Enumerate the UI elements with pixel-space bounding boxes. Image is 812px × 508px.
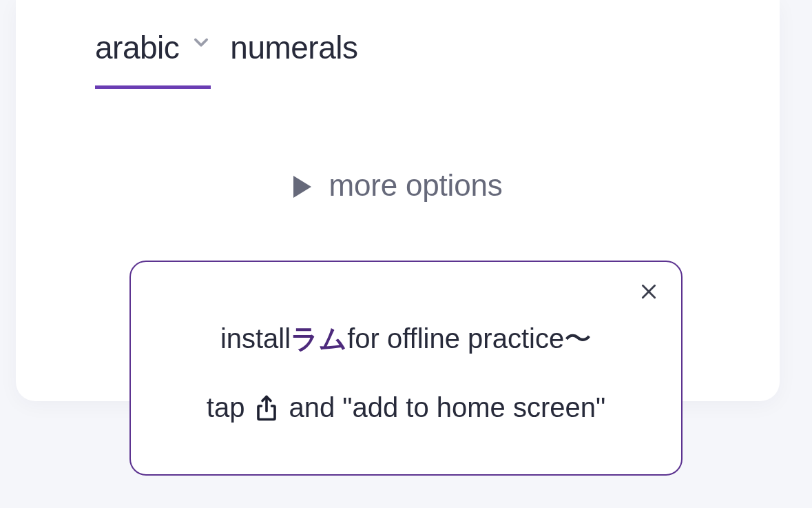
more-options-label: more options bbox=[329, 168, 503, 203]
chevron-down-icon bbox=[191, 32, 211, 52]
install-popup: install ラム for offline practice〜 tap and… bbox=[129, 261, 683, 476]
close-icon bbox=[640, 283, 658, 301]
dropdown-value: arabic bbox=[95, 29, 179, 66]
app-name: ラム bbox=[291, 320, 347, 358]
install-prefix: install bbox=[220, 323, 291, 354]
install-suffix: for offline practice〜 bbox=[347, 320, 592, 358]
install-line-1: install ラム for offline practice〜 bbox=[220, 320, 592, 358]
numeral-system-dropdown[interactable]: arabic bbox=[95, 29, 211, 89]
play-icon bbox=[293, 176, 311, 198]
dropdown-suffix-label: numerals bbox=[230, 29, 357, 85]
more-options-toggle[interactable]: more options bbox=[16, 168, 780, 203]
install-line-2: tap and "add to home screen" bbox=[207, 392, 605, 423]
numeral-system-row: arabic numerals bbox=[95, 29, 358, 89]
share-icon bbox=[254, 394, 279, 423]
tap-suffix: and "add to home screen" bbox=[289, 392, 605, 423]
tap-prefix: tap bbox=[207, 392, 245, 423]
close-button[interactable] bbox=[640, 283, 658, 301]
